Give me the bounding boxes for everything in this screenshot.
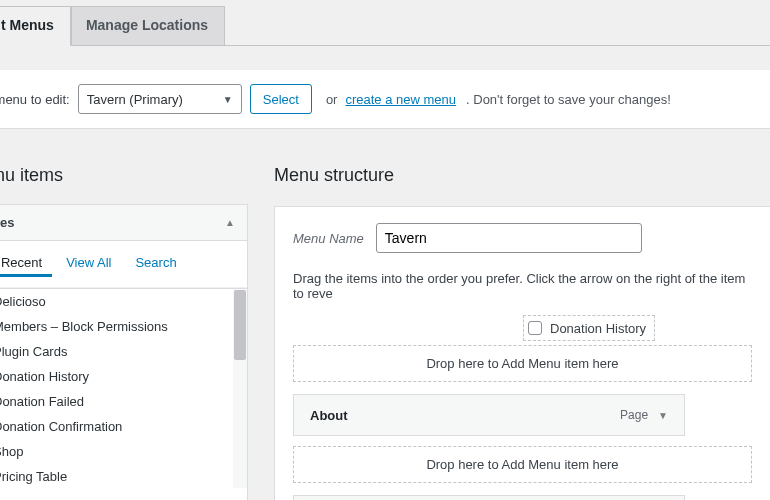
list-item[interactable]: Donation History xyxy=(0,364,247,389)
list-item[interactable]: Donation Failed xyxy=(0,389,247,414)
accordion-title: es xyxy=(0,215,14,230)
save-hint: . Don't forget to save your changes! xyxy=(466,92,671,107)
chevron-down-icon: ▼ xyxy=(223,94,233,105)
list-item[interactable]: Plugin Cards xyxy=(0,339,247,364)
menu-item-type: Page xyxy=(620,408,648,422)
pages-accordion-body: ost Recent View All Search Delicioso Mem… xyxy=(0,241,248,500)
scrollbar[interactable] xyxy=(233,289,247,488)
menu-name-label: Menu Name xyxy=(293,231,364,246)
menu-item-archives[interactable]: Archives Page ▼ xyxy=(293,495,685,500)
drop-zone[interactable]: Drop here to Add Menu item here xyxy=(293,345,752,382)
triangle-down-icon[interactable]: ▼ xyxy=(658,410,668,421)
select-menu-label: ct a menu to edit: xyxy=(0,92,70,107)
triangle-up-icon: ▲ xyxy=(225,217,235,228)
pages-accordion-header[interactable]: es ▲ xyxy=(0,204,248,241)
create-menu-link[interactable]: create a new menu xyxy=(345,92,456,107)
tab-manage-locations[interactable]: Manage Locations xyxy=(71,6,225,45)
tab-edit-menus[interactable]: t Menus xyxy=(0,6,71,46)
dragging-ghost-item[interactable]: Donation History xyxy=(293,315,752,341)
menu-structure-heading: Menu structure xyxy=(274,165,770,186)
menu-name-input[interactable] xyxy=(376,223,642,253)
or-text: or xyxy=(326,92,338,107)
list-item[interactable]: Donation Confirmation xyxy=(0,414,247,439)
menu-item-title: About xyxy=(310,408,348,423)
subtab-search[interactable]: Search xyxy=(125,251,186,277)
checkbox-icon xyxy=(528,321,542,335)
select-button[interactable]: Select xyxy=(250,84,312,114)
drop-zone[interactable]: Drop here to Add Menu item here xyxy=(293,446,752,483)
add-items-heading: menu items xyxy=(0,165,248,186)
subtab-view-all[interactable]: View All xyxy=(56,251,121,277)
list-item[interactable]: Members – Block Permissions xyxy=(0,314,247,339)
dragging-item-label: Donation History xyxy=(550,321,646,336)
list-item[interactable]: Pricing Table xyxy=(0,464,247,488)
menu-dropdown-value: Tavern (Primary) xyxy=(87,92,183,107)
drag-instructions: Drag the items into the order you prefer… xyxy=(293,271,752,301)
subtab-most-recent[interactable]: ost Recent xyxy=(0,251,52,277)
scrollbar-thumb[interactable] xyxy=(234,290,246,360)
menu-item-about[interactable]: About Page ▼ xyxy=(293,394,685,436)
list-item[interactable]: Delicioso xyxy=(0,289,247,314)
menu-dropdown[interactable]: Tavern (Primary) ▼ xyxy=(78,84,242,114)
list-item[interactable]: Shop xyxy=(0,439,247,464)
